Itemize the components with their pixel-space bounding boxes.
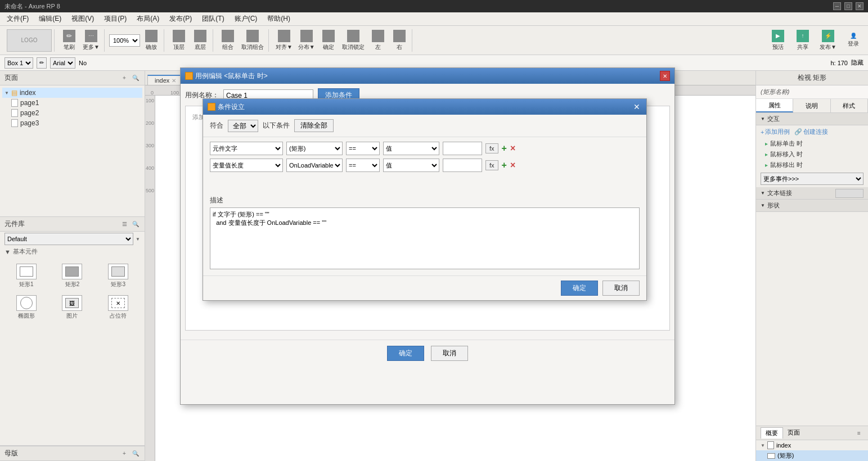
cond2-valuetype-select[interactable]: 值 变量 元件文字 (383, 159, 439, 172)
cond1-target-select[interactable]: (矩形) (286, 142, 343, 155)
right-btn[interactable]: 右 (389, 29, 410, 52)
share-btn[interactable]: ↑ 共享 (793, 29, 813, 52)
outer-dialog-close[interactable]: ✕ (660, 71, 670, 81)
zoom-select[interactable]: 100% 50% 200% (109, 34, 140, 47)
inner-cancel-btn[interactable]: 取消 (602, 281, 640, 296)
menu-account[interactable]: 账户(C) (230, 13, 262, 25)
top-layer-icon (173, 30, 185, 42)
tree-rect[interactable]: (矩形) (756, 450, 868, 461)
canvas-tab-index[interactable]: index ✕ (147, 75, 183, 85)
left-btn[interactable]: 左 (368, 29, 388, 52)
cond1-add-btn[interactable]: + (502, 144, 507, 153)
filter-btn[interactable]: ≡ (854, 428, 863, 437)
add-usecase-link[interactable]: + 添加用例 (761, 128, 790, 136)
page-page3[interactable]: page3 (2, 118, 142, 128)
menu-edit[interactable]: 编辑(E) (34, 13, 66, 25)
menu-project[interactable]: 项目(P) (100, 13, 131, 25)
top-layer-btn[interactable]: 顶层 (169, 29, 189, 52)
cond1-remove-btn[interactable]: × (510, 144, 515, 153)
cond2-operator-select[interactable]: == != > < (346, 159, 380, 172)
cond2-target-select[interactable]: OnLoadVariable (286, 159, 343, 172)
cond1-fx-btn[interactable]: fx (485, 143, 498, 153)
tab-description[interactable]: 说明 (793, 99, 830, 112)
tab-properties[interactable]: 属性 (756, 99, 793, 112)
event-click[interactable]: ▸ 鼠标单击 时 (761, 138, 863, 149)
publish-btn[interactable]: ⚡ 发布▼ (817, 29, 839, 52)
box-edit-btn[interactable]: ✏ (37, 57, 47, 69)
comp-group-select[interactable]: Default (5, 233, 133, 245)
comp-image[interactable]: 🖼 图片 (51, 293, 95, 322)
box-select[interactable]: Box 1 (5, 57, 33, 69)
menu-file[interactable]: 文件(F) (2, 13, 33, 25)
maximize-btn[interactable]: □ (844, 2, 852, 10)
login-btn[interactable]: 👤 登录 (843, 31, 863, 49)
comp-placeholder[interactable]: ✕ 占位符 (96, 293, 140, 322)
inner-confirm-btn[interactable]: 确定 (561, 281, 598, 296)
unlock-btn[interactable]: 取消锁定 (340, 29, 367, 52)
create-link[interactable]: 🔗 创建连接 (794, 128, 828, 136)
interaction-header[interactable]: ▼ 交互 (756, 113, 868, 125)
desc-textarea[interactable]: if 文字于 (矩形) == "" and 变量值长度于 OnLoadVaria… (210, 207, 640, 269)
comp-rect3[interactable]: 矩形3 (96, 261, 140, 291)
cond2-remove-btn[interactable]: × (510, 161, 515, 170)
menu-layout[interactable]: 布局(A) (132, 13, 164, 25)
minimize-btn[interactable]: ─ (833, 2, 841, 10)
lock-btn[interactable]: 确定 (318, 29, 339, 52)
font-select[interactable]: Arial (50, 57, 75, 69)
page-page1[interactable]: page1 (2, 98, 142, 108)
page-page2[interactable]: page2 (2, 108, 142, 118)
menu-help[interactable]: 帮助(H) (263, 13, 295, 25)
cond2-add-btn[interactable]: + (502, 161, 507, 170)
comp-rect2[interactable]: 矩形2 (51, 261, 95, 291)
pen-btn[interactable]: ✏ 笔刷 (59, 29, 79, 52)
comp-menu-btn[interactable]: ☰ (120, 220, 129, 229)
cond1-type-select[interactable]: 元件文字 变量值长度 变量值 (210, 142, 283, 155)
event-mousein[interactable]: ▸ 鼠标移入 时 (761, 149, 863, 160)
search-mother-btn[interactable]: 🔍 (131, 449, 140, 458)
clear-all-btn[interactable]: 清除全部 (294, 119, 334, 132)
window-controls[interactable]: ─ □ ✕ (833, 2, 863, 10)
preview-btn[interactable]: ▶ 预活 (768, 29, 788, 52)
cond2-type-select[interactable]: 元件文字 变量值长度 变量值 (210, 159, 283, 172)
text-link-toggle[interactable] (835, 189, 863, 198)
cond2-value-input[interactable] (443, 159, 482, 172)
inner-dialog-close[interactable]: ✕ (632, 102, 642, 112)
shape-header[interactable]: ▼ 形状 (756, 200, 868, 212)
close-btn[interactable]: ✕ (856, 2, 863, 10)
more-btn[interactable]: ⋯ 更多▼ (80, 29, 102, 52)
tree-index[interactable]: ▼ index (756, 440, 868, 450)
add-page-btn[interactable]: + (120, 74, 129, 83)
align-btn[interactable]: 对齐▼ (273, 29, 295, 52)
outer-dialog-title-area: 用例编辑 <鼠标单击 时> (185, 71, 268, 81)
bottom-layer-btn[interactable]: 底层 (190, 29, 210, 52)
outer-cancel-btn[interactable]: 取消 (431, 346, 468, 361)
basic-group-header[interactable]: ▼ 基本元件 (0, 246, 145, 257)
group-btn[interactable]: 组合 (218, 29, 238, 52)
cond1-value-input[interactable] (443, 142, 482, 155)
comp-search-btn[interactable]: 🔍 (131, 220, 140, 229)
tab-close-btn[interactable]: ✕ (172, 78, 176, 84)
text-link-header[interactable]: ▼ 文本链接 (756, 187, 868, 200)
cond1-valuetype-select[interactable]: 值 变量 元件文字 (383, 142, 439, 155)
bottom-tab-page[interactable]: 页面 (783, 427, 804, 439)
tab-style[interactable]: 样式 (831, 99, 868, 112)
distribute-btn[interactable]: 分布▼ (296, 29, 317, 52)
ungroup-btn[interactable]: 取消组合 (239, 29, 266, 52)
cond1-operator-select[interactable]: == != > < (346, 142, 380, 155)
share-label: 共享 (797, 43, 808, 51)
search-pages-btn[interactable]: 🔍 (131, 74, 140, 83)
comp-rect1[interactable]: 矩形1 (5, 261, 48, 291)
page-index[interactable]: ▼ ▤ index (2, 88, 142, 98)
outer-confirm-btn[interactable]: 确定 (387, 346, 424, 361)
more-events-select[interactable]: 更多事件>>> (761, 173, 863, 185)
menu-publish[interactable]: 发布(P) (165, 13, 196, 25)
cond2-fx-btn[interactable]: fx (485, 160, 498, 170)
event-mouseout[interactable]: ▸ 鼠标移出 时 (761, 160, 863, 170)
add-mother-btn[interactable]: + (120, 449, 129, 458)
bottom-tab-outline[interactable]: 概要 (761, 427, 783, 439)
comp-circle[interactable]: 椭圆形 (5, 293, 48, 322)
fit-btn[interactable]: 确放 (141, 29, 161, 52)
menu-team[interactable]: 团队(T) (197, 13, 228, 25)
menu-view[interactable]: 视图(V) (67, 13, 98, 25)
match-select[interactable]: 全部 任意 (228, 120, 258, 132)
